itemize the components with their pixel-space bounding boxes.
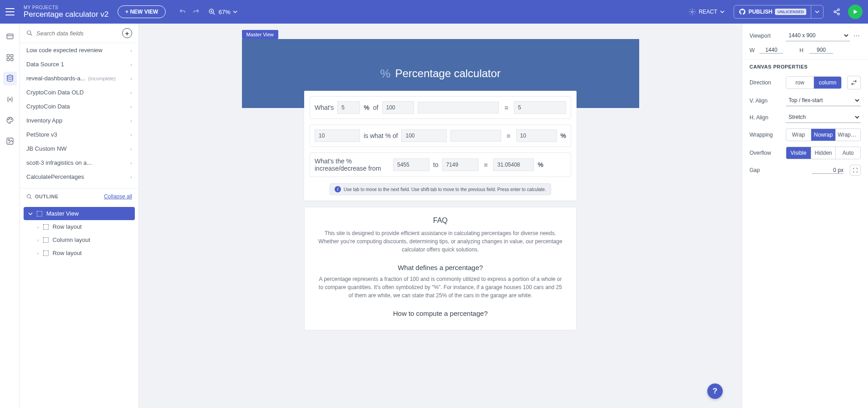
play-icon (852, 9, 858, 15)
tree-root-label: Master View (46, 210, 79, 217)
svg-rect-15 (10, 59, 13, 61)
wrapping-nowrap[interactable]: Nowrap (811, 129, 836, 141)
search-input[interactable] (36, 30, 118, 37)
rail-components-icon[interactable] (3, 51, 17, 64)
rail-assets-icon[interactable] (3, 134, 17, 148)
data-source-item[interactable]: scott-3 infragistics on a...› (20, 156, 138, 170)
percent-icon: % (380, 67, 390, 81)
data-source-item[interactable]: reveal-dashboards-a...(incomplete)› (20, 71, 138, 85)
chevron-down-icon (815, 10, 819, 14)
rail-views-icon[interactable] (3, 30, 17, 44)
chevron-down-icon (233, 10, 237, 14)
zoom-control[interactable]: 67% (208, 8, 237, 15)
rail-themes-icon[interactable] (3, 113, 17, 127)
svg-point-7 (838, 13, 839, 15)
svg-point-22 (27, 31, 31, 34)
framework-dropdown[interactable]: REACT (689, 8, 725, 15)
svg-point-21 (8, 139, 10, 141)
direction-column[interactable]: column (814, 77, 841, 88)
direction-row[interactable]: row (786, 77, 814, 88)
menu-icon[interactable] (5, 8, 15, 15)
svg-point-5 (838, 9, 839, 10)
row2-result: 10 (516, 129, 557, 142)
overflow-visible[interactable]: Visible (786, 147, 811, 159)
equals-icon: = (482, 161, 490, 169)
height-input[interactable] (809, 47, 833, 54)
data-source-item[interactable]: PetStore v3› (20, 128, 138, 142)
info-icon: i (335, 186, 341, 192)
equals-icon: = (503, 104, 510, 112)
search-icon (26, 30, 33, 36)
data-source-item[interactable]: CryptoCoin Data OLD› (20, 85, 138, 99)
properties-panel: Viewport 1440 x 900 ⋯ W H CANVAS PROPERT… (742, 24, 868, 408)
row2-spacer (450, 130, 501, 142)
data-source-item[interactable]: CalculatePercentages› (20, 170, 138, 184)
help-button[interactable]: ? (707, 383, 723, 399)
redo-icon[interactable] (190, 6, 202, 18)
chevron-down-icon (720, 10, 725, 14)
row3-input-b[interactable]: 7149 (442, 158, 478, 171)
data-source-item[interactable]: JB Custom NW› (20, 142, 138, 156)
label-of: of (373, 104, 379, 111)
more-icon[interactable]: ⋯ (853, 32, 861, 39)
framework-label: REACT (699, 9, 717, 15)
data-source-item[interactable]: Data Source 1› (20, 57, 138, 71)
canvas[interactable]: Master View % Percentage calculator What… (139, 24, 742, 408)
chevron-right-icon: › (130, 146, 132, 152)
chevron-right-icon: › (130, 48, 132, 53)
chevron-right-icon: › (130, 174, 132, 180)
row1-input-b[interactable]: 100 (382, 101, 414, 114)
rail-data-icon[interactable] (3, 72, 17, 85)
collapse-all-link[interactable]: Collapse all (104, 193, 132, 200)
share-icon[interactable] (831, 6, 843, 18)
row1-input-a[interactable]: 5 (337, 101, 360, 114)
faq-q1-title: What defines a percentage? (317, 264, 563, 271)
rail-variables-icon[interactable] (3, 93, 17, 106)
tree-root[interactable]: Master View (24, 207, 135, 220)
data-source-item[interactable]: Inventory App› (20, 113, 138, 128)
overflow-auto[interactable]: Auto (836, 147, 860, 159)
percent-icon: % (538, 161, 543, 168)
calc-row-1: What's 5 % of 100 = 5 (310, 96, 571, 119)
overflow-hidden[interactable]: Hidden (811, 147, 836, 159)
row3-input-a[interactable]: 5455 (393, 158, 429, 171)
data-source-item[interactable]: Low code expected reveniew› (20, 43, 138, 57)
view-tag[interactable]: Master View (242, 30, 278, 39)
data-source-item[interactable]: CryptoCoin Data› (20, 99, 138, 113)
faq-card: FAQ This site is designed to provide eff… (304, 207, 577, 330)
chevron-right-icon: › (37, 237, 39, 243)
row2-input-b[interactable]: 100 (401, 129, 447, 142)
new-view-button[interactable]: + NEW VIEW (118, 5, 166, 18)
data-source-item[interactable]: New NW IG› (20, 184, 138, 188)
width-input[interactable] (760, 47, 783, 54)
add-data-button[interactable]: + (122, 28, 132, 38)
halign-select[interactable]: Stretch (786, 112, 861, 123)
gap-input[interactable] (812, 167, 843, 174)
undo-icon[interactable] (177, 6, 188, 18)
tree-item[interactable]: ›Row layout (24, 220, 135, 233)
viewport-label: Viewport (750, 33, 782, 39)
row1-spacer (418, 102, 499, 113)
h-label: H (799, 47, 806, 54)
tree-item[interactable]: ›Column layout (24, 233, 135, 246)
tip-text: Use tab to move to the next field. Use s… (344, 187, 546, 192)
wrapping-wrapre[interactable]: WrapRe... (836, 129, 860, 141)
breadcrumb[interactable]: MY PROJECTS Percentage calculator v2 (24, 5, 108, 19)
calculator-card: What's 5 % of 100 = 5 10 is what % of 10… (304, 91, 577, 201)
publish-label: PUBLISH (749, 9, 773, 15)
gap-lock-button[interactable] (850, 165, 861, 176)
tree-item[interactable]: ›Row layout (24, 246, 135, 260)
play-button[interactable] (848, 5, 863, 19)
svg-point-24 (27, 194, 31, 198)
valign-select[interactable]: Top / flex-start (786, 95, 861, 106)
publish-button[interactable]: PUBLISH UNLICENSED (734, 5, 824, 19)
license-badge: UNLICENSED (775, 9, 806, 15)
publish-dropdown[interactable] (811, 5, 823, 18)
outline-label: OUTLINE (35, 194, 59, 199)
chevron-right-icon: › (130, 90, 132, 95)
viewport-select[interactable]: 1440 x 900 (786, 30, 850, 41)
row2-input-a[interactable]: 10 (315, 129, 360, 142)
label-whats: What's (315, 104, 334, 111)
swap-direction-button[interactable] (847, 76, 861, 89)
wrapping-wrap[interactable]: Wrap (786, 129, 811, 141)
